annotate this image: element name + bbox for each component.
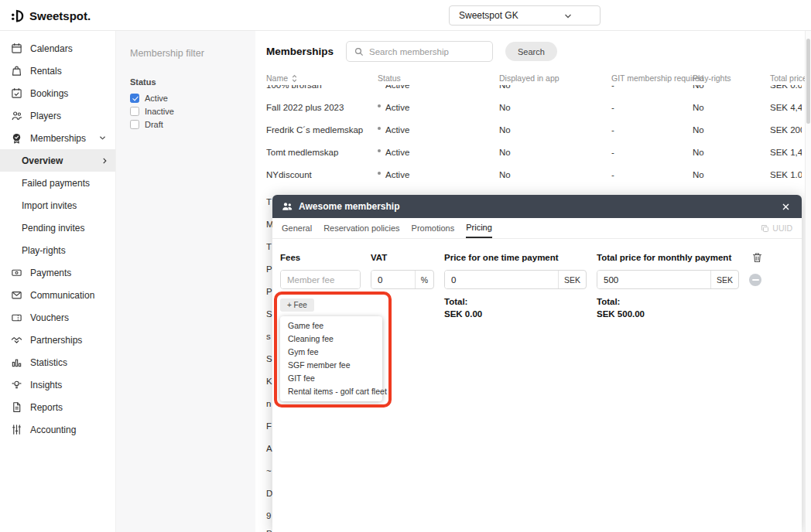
club-selector-dropdown[interactable]: Sweetspot GK bbox=[449, 5, 601, 26]
monthly-total: Total: SEK 500.00 bbox=[597, 297, 739, 319]
tab-general[interactable]: General bbox=[282, 218, 312, 238]
table-row[interactable]: Fall 2022 plus 2023 Active No - No SEK 4… bbox=[255, 96, 811, 118]
uuid-button[interactable]: UUID bbox=[761, 223, 792, 233]
sidebar-subitem-pending-invites[interactable]: Pending invites bbox=[0, 217, 115, 239]
fee-name-input[interactable] bbox=[281, 271, 360, 288]
sidebar-item-rentals[interactable]: Rentals bbox=[0, 60, 115, 82]
voucher-ticket-icon bbox=[11, 312, 22, 323]
handshake-icon bbox=[11, 334, 22, 346]
sliders-icon bbox=[11, 424, 22, 435]
currency-unit-label: SEK bbox=[710, 271, 738, 288]
filter-option-active[interactable]: Active bbox=[130, 94, 241, 103]
copy-icon bbox=[761, 224, 769, 233]
monthly-price-field[interactable]: SEK bbox=[597, 270, 739, 289]
add-fee-button[interactable]: + Fee bbox=[280, 298, 314, 312]
currency-unit-label: SEK bbox=[558, 271, 586, 288]
lightbulb-icon bbox=[11, 379, 22, 390]
column-header-name[interactable]: Name bbox=[266, 73, 378, 83]
remove-fee-row-button[interactable] bbox=[749, 274, 761, 286]
table-row-name-clipped: P bbox=[266, 287, 272, 296]
status-badge: Active bbox=[378, 103, 409, 112]
sidebar-item-players[interactable]: Players bbox=[0, 104, 115, 127]
table-row-name-clipped: S bbox=[266, 309, 272, 319]
fee-option-gym-fee[interactable]: Gym fee bbox=[280, 346, 382, 359]
bar-chart-icon bbox=[11, 356, 22, 368]
monthly-total-amount: SEK 500.00 bbox=[597, 309, 739, 319]
table-row[interactable]: 100% brorsan Active No - No SEK 0.00 bbox=[255, 85, 811, 96]
vat-column-header: VAT bbox=[371, 253, 434, 262]
page-header: Memberships Search bbox=[255, 31, 811, 71]
clipped-first-row-wrapper: 100% brorsan Active No - No SEK 0.00 bbox=[255, 85, 811, 96]
modal-title: Awesome membership bbox=[299, 201, 400, 212]
fee-option-cleaning-fee[interactable]: Cleaning fee bbox=[280, 332, 382, 346]
members-icon bbox=[282, 202, 293, 211]
sidebar-item-communication[interactable]: Communication bbox=[0, 284, 115, 306]
column-header-git-membership-required: GIT membership required bbox=[611, 73, 693, 83]
one-time-price-field[interactable]: SEK bbox=[444, 270, 587, 289]
status-badge: Active bbox=[378, 85, 409, 90]
memberships-badge-icon bbox=[11, 132, 22, 144]
sidebar-subitem-play-rights[interactable]: Play-rights bbox=[0, 239, 115, 261]
table-row[interactable]: Tomt medlemskap Active No - No SEK 1,400… bbox=[255, 141, 811, 163]
sidebar-subitem-failed-payments[interactable]: Failed payments bbox=[0, 172, 115, 194]
column-header-displayed-in-app: Displayed in app bbox=[499, 73, 611, 83]
delete-fees-button[interactable] bbox=[749, 252, 765, 263]
checkbox-checked-icon[interactable] bbox=[130, 94, 139, 103]
trash-icon bbox=[752, 252, 762, 263]
fee-option-sgf-member-fee[interactable]: SGF member fee bbox=[280, 359, 382, 372]
payments-icon bbox=[11, 267, 22, 278]
sidebar-item-bookings[interactable]: Bookings bbox=[0, 82, 115, 104]
checkbox-unchecked-icon[interactable] bbox=[130, 107, 139, 116]
players-icon bbox=[11, 110, 22, 121]
fee-option-git-fee[interactable]: GIT fee bbox=[280, 372, 382, 385]
fee-option-rental-items[interactable]: Rental items - golf cart fleet bbox=[280, 385, 382, 398]
checkbox-unchecked-icon[interactable] bbox=[130, 120, 139, 129]
sidebar-item-partnerships[interactable]: Partnerships bbox=[0, 329, 115, 351]
table-row-name-clipped: S bbox=[266, 354, 272, 363]
monthly-price-input[interactable] bbox=[597, 271, 710, 288]
table-header: Name Status Displayed in app GIT members… bbox=[255, 71, 811, 85]
one-time-price-input[interactable] bbox=[445, 271, 558, 288]
sidebar-item-vouchers[interactable]: Vouchers bbox=[0, 306, 115, 329]
brand-name: Sweetspot. bbox=[29, 9, 91, 22]
sidebar-subitem-import-invites[interactable]: Import invites bbox=[0, 194, 115, 217]
sidebar-item-memberships[interactable]: Memberships bbox=[0, 127, 115, 149]
tab-promotions[interactable]: Promotions bbox=[412, 218, 455, 238]
table-row-name-clipped: K bbox=[266, 377, 272, 386]
chevron-right-icon bbox=[102, 157, 108, 165]
search-box[interactable] bbox=[346, 41, 493, 62]
one-time-total: Total: SEK 0.00 bbox=[444, 297, 587, 319]
status-group-label: Status bbox=[130, 77, 241, 87]
monthly-price-column-header: Total price for monthly payment bbox=[597, 253, 739, 262]
table-row[interactable]: Fredrik C´s medlemskap Active No - No SE… bbox=[255, 118, 811, 141]
status-badge: Active bbox=[378, 148, 409, 157]
filter-option-inactive[interactable]: Inactive bbox=[130, 107, 241, 116]
fee-name-field[interactable] bbox=[280, 270, 361, 289]
vat-input[interactable] bbox=[371, 271, 415, 288]
search-button[interactable]: Search bbox=[505, 42, 557, 61]
sidebar-item-reports[interactable]: Reports bbox=[0, 396, 115, 418]
filter-option-draft[interactable]: Draft bbox=[130, 120, 241, 129]
sidebar-item-insights[interactable]: Insights bbox=[0, 373, 115, 396]
status-badge: Active bbox=[378, 170, 409, 179]
fee-option-game-fee[interactable]: Game fee bbox=[280, 319, 382, 332]
table-row-name-clipped: 9 bbox=[266, 511, 271, 520]
modal-header: Awesome membership bbox=[272, 195, 802, 218]
vat-field[interactable]: % bbox=[371, 270, 434, 289]
column-header-status: Status bbox=[378, 73, 499, 83]
modal-tab-bar: General Reservation policies Promotions … bbox=[272, 218, 802, 239]
sidebar-subitem-overview[interactable]: Overview bbox=[0, 149, 115, 172]
pricing-tab-content: Fees VAT Price for one time payment Tota… bbox=[272, 239, 802, 430]
scrollbar-thumb[interactable] bbox=[806, 39, 810, 124]
sidebar-item-calendars[interactable]: Calendars bbox=[0, 37, 115, 60]
add-fee-area: + Fee Game fee Cleaning fee Gym fee SGF … bbox=[280, 297, 361, 421]
sidebar-item-statistics[interactable]: Statistics bbox=[0, 351, 115, 373]
sidebar-item-payments[interactable]: Payments bbox=[0, 261, 115, 284]
search-input[interactable] bbox=[369, 47, 484, 56]
tab-reservation-policies[interactable]: Reservation policies bbox=[323, 218, 399, 238]
tab-pricing[interactable]: Pricing bbox=[466, 218, 492, 238]
sidebar-item-accounting[interactable]: Accounting bbox=[0, 418, 115, 441]
close-button[interactable] bbox=[779, 200, 792, 213]
table-row[interactable]: NYdiscount Active No - No SEK 1.00 bbox=[255, 163, 811, 186]
rentals-bag-icon bbox=[11, 65, 22, 77]
